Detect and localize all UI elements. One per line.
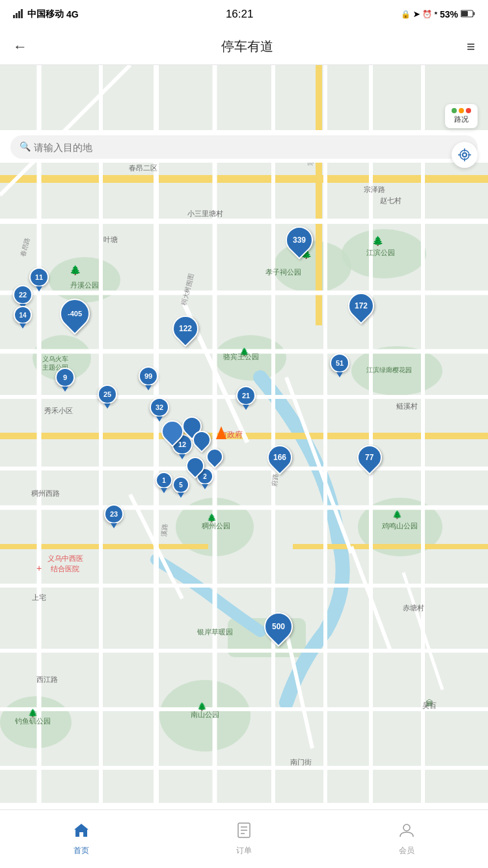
marker-cluster3[interactable] xyxy=(193,431,211,449)
map-container[interactable]: 🌲 🌲 🌲 🌲 🌲 🌲 🌲 🌲 🏛 下山头村 春昂二区 叶塘 丹溪公园 小三里塘… xyxy=(0,65,488,803)
svg-text:春昂二区: 春昂二区 xyxy=(129,164,157,172)
traffic-dot-orange xyxy=(459,108,464,113)
svg-text:江滨公园: 江滨公园 xyxy=(366,249,395,256)
svg-text:叶塘: 叶塘 xyxy=(103,236,118,243)
svg-point-94 xyxy=(463,153,467,157)
marker-cluster5[interactable] xyxy=(206,448,223,465)
svg-text:鸡鸣山公园: 鸡鸣山公园 xyxy=(381,522,418,530)
svg-rect-6 xyxy=(461,11,468,16)
signal-icon xyxy=(13,9,25,20)
traffic-dot-red xyxy=(466,108,471,113)
svg-text:丹溪公园: 丹溪公园 xyxy=(70,281,99,289)
svg-text:西江路: 西江路 xyxy=(36,675,58,683)
marker-32[interactable]: 32 xyxy=(150,398,169,422)
svg-text:稠州公园: 稠州公园 xyxy=(202,522,230,530)
marker-25[interactable]: 25 xyxy=(98,385,117,409)
alarm-icon: ⏰ xyxy=(422,10,432,19)
network-label: 4G xyxy=(66,9,79,20)
svg-point-104 xyxy=(403,824,410,831)
svg-text:🌲: 🌲 xyxy=(372,236,384,247)
svg-point-95 xyxy=(460,150,469,159)
traffic-label: 路况 xyxy=(454,115,468,124)
tab-orders-label: 订单 xyxy=(236,845,252,856)
search-input[interactable] xyxy=(10,135,478,159)
marker-cluster4[interactable] xyxy=(186,457,204,475)
svg-rect-3 xyxy=(21,9,23,18)
marker-minus405[interactable]: -405 xyxy=(60,299,90,329)
svg-text:赤塘村: 赤塘村 xyxy=(403,604,424,612)
tab-home[interactable]: 首页 xyxy=(0,810,163,868)
traffic-button[interactable]: 路况 xyxy=(445,104,478,128)
svg-text:秀禾小区: 秀禾小区 xyxy=(44,407,73,414)
marker-500[interactable]: 500 xyxy=(264,612,293,641)
search-bar[interactable]: 🔍 xyxy=(0,130,488,163)
status-bar: 中国移动 4G 16:21 🔒 ➤ ⏰ * 53% xyxy=(0,0,488,29)
svg-rect-5 xyxy=(473,12,474,16)
svg-text:+: + xyxy=(36,563,42,573)
svg-text:钓鱼矶公园: 钓鱼矶公园 xyxy=(14,717,51,725)
svg-text:宗泽路: 宗泽路 xyxy=(364,185,385,193)
svg-point-8 xyxy=(49,257,120,303)
marker-166[interactable]: 166 xyxy=(267,445,292,470)
marker-99[interactable]: 99 xyxy=(139,366,158,390)
lock-icon: 🔒 xyxy=(401,10,411,19)
tab-member[interactable]: 会员 xyxy=(325,810,488,868)
location-button[interactable] xyxy=(452,142,478,168)
orders-icon xyxy=(236,822,252,843)
nav-bar: ← 停车有道 ≡ xyxy=(0,29,488,65)
marker-122[interactable]: 122 xyxy=(172,316,198,342)
menu-button[interactable]: ≡ xyxy=(467,38,475,55)
home-icon xyxy=(73,822,90,843)
svg-text:骆宾王公园: 骆宾王公园 xyxy=(223,353,259,360)
svg-text:🌲: 🌲 xyxy=(28,708,38,718)
svg-text:吴百: 吴百 xyxy=(422,701,437,709)
svg-text:稠州西路: 稠州西路 xyxy=(31,489,60,497)
marker-cluster1[interactable] xyxy=(161,420,183,442)
marker-23[interactable]: 23 xyxy=(104,504,124,528)
status-left: 中国移动 4G xyxy=(13,8,79,20)
svg-text:🌲: 🌲 xyxy=(197,701,207,711)
tab-bar: 首页 订单 会员 xyxy=(0,809,488,868)
svg-rect-0 xyxy=(13,15,15,18)
svg-text:溪路: 溪路 xyxy=(160,523,169,537)
svg-text:义乌中西医: 义乌中西医 xyxy=(47,554,83,562)
svg-text:小三里塘村: 小三里塘村 xyxy=(187,210,223,217)
svg-text:上宅: 上宅 xyxy=(32,593,46,601)
back-button[interactable]: ← xyxy=(13,38,27,55)
svg-text:南山公园: 南山公园 xyxy=(191,711,219,718)
marker-5[interactable]: 5 xyxy=(172,476,189,498)
marker-14[interactable]: 14 xyxy=(14,306,32,329)
marker-9[interactable]: 9 xyxy=(55,368,75,392)
status-right: 🔒 ➤ ⏰ * 53% xyxy=(401,9,475,20)
svg-text:🌲: 🌲 xyxy=(392,509,402,519)
svg-text:江滨绿廊樱花园: 江滨绿廊樱花园 xyxy=(366,366,412,373)
svg-text:🌲: 🌲 xyxy=(207,513,217,522)
crosshair-icon xyxy=(458,148,471,161)
battery-icon xyxy=(461,9,475,20)
carrier-label: 中国移动 xyxy=(27,8,64,20)
marker-77[interactable]: 77 xyxy=(357,445,382,470)
svg-rect-2 xyxy=(18,11,20,18)
marker-172[interactable]: 172 xyxy=(348,293,374,319)
svg-text:银岸草暖园: 银岸草暖园 xyxy=(197,628,233,636)
bluetooth-icon: * xyxy=(435,10,437,18)
tab-orders[interactable]: 订单 xyxy=(163,810,325,868)
marker-21[interactable]: 21 xyxy=(236,386,256,410)
marker-1[interactable]: 1 xyxy=(156,472,172,493)
svg-text:孝子祠公园: 孝子祠公园 xyxy=(265,268,301,276)
svg-text:义乌火车: 义乌火车 xyxy=(42,355,68,362)
traffic-dot-green xyxy=(452,108,457,113)
marker-51[interactable]: 51 xyxy=(330,353,349,377)
svg-text:南门街: 南门街 xyxy=(290,758,312,766)
page-title: 停车有道 xyxy=(221,38,273,55)
svg-text:赵七村: 赵七村 xyxy=(380,197,401,204)
member-icon xyxy=(398,822,415,843)
svg-text:府路: 府路 xyxy=(271,473,279,487)
location-icon: ➤ xyxy=(413,10,420,19)
search-icon: 🔍 xyxy=(20,141,31,152)
status-time: 16:21 xyxy=(226,8,254,21)
tab-member-label: 会员 xyxy=(399,845,414,856)
tab-home-label: 首页 xyxy=(74,845,89,856)
traffic-dots xyxy=(452,108,471,113)
marker-339[interactable]: 339 xyxy=(286,226,313,254)
